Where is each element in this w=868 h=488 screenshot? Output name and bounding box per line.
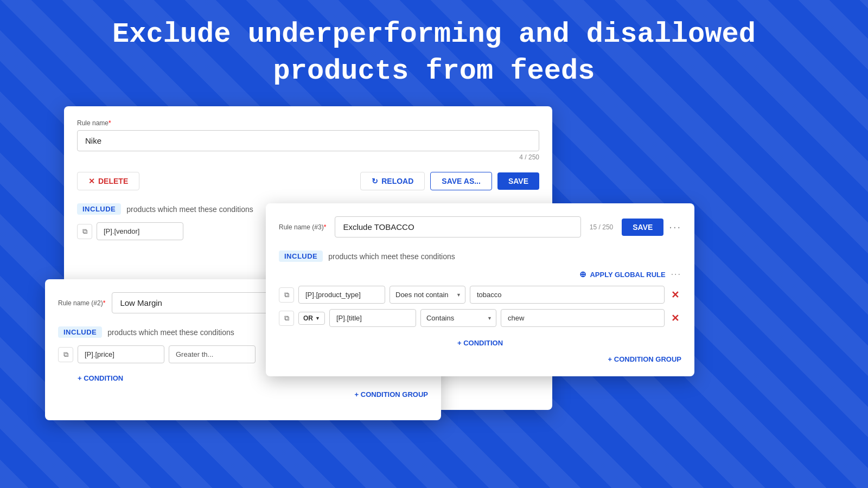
card3-include-text: products which meet these conditions	[328, 252, 455, 261]
card3-op-select-2[interactable]: Contains	[420, 309, 496, 327]
card3-or-badge[interactable]: OR ▼	[298, 312, 325, 325]
toolbar-right: ↻ RELOAD SAVE AS... SAVE	[360, 172, 539, 190]
rule-name-label: Rule name*	[77, 119, 539, 127]
card3-delete-condition-1[interactable]: ✕	[669, 289, 681, 301]
card3-delete-condition-2[interactable]: ✕	[669, 312, 681, 324]
reload-button[interactable]: ↻ RELOAD	[360, 172, 425, 190]
apply-global-rule[interactable]: ⊕ APPLY GLOBAL RULE	[579, 269, 665, 279]
card2-copy-icon[interactable]: ⧉	[58, 347, 73, 362]
card2-include-badge: INCLUDE	[58, 326, 102, 338]
headline: Exclude underperforming and disallowed p…	[0, 16, 868, 89]
card3-section-more[interactable]: ···	[671, 269, 681, 279]
copy-icon[interactable]: ⧉	[77, 224, 92, 239]
card2-add-condition-group[interactable]: + CONDITION GROUP	[58, 390, 428, 399]
card3-op-wrapper-2: Contains	[420, 309, 496, 327]
reload-icon: ↻	[372, 177, 378, 185]
card3-op-select-1[interactable]: Does not contain	[390, 286, 465, 304]
card3-more-options[interactable]: ···	[669, 221, 681, 233]
card3-rule-label: Rule name (#3)*	[279, 223, 326, 231]
card3-op-wrapper-1: Does not contain	[390, 286, 465, 304]
card2-rule-label: Rule name (#2)*	[58, 299, 105, 307]
condition-field[interactable]: [P].[vendor]	[97, 222, 183, 240]
card3-condition-row-1: ⧉ [P].[product_type] Does not contain ✕	[279, 286, 681, 304]
delete-button[interactable]: ✕ DELETE	[77, 172, 139, 190]
toolbar: ✕ DELETE ↻ RELOAD SAVE AS... SAVE	[77, 172, 539, 190]
card-exclude-tobacco: Rule name (#3)* 15 / 250 SAVE ··· INCLUD…	[266, 203, 694, 376]
or-chevron-icon: ▼	[315, 316, 320, 321]
card3-include-label: INCLUDE products which meet these condit…	[279, 251, 681, 262]
include-text: products which meet these conditions	[126, 205, 253, 214]
card3-field-1[interactable]: [P].[product_type]	[298, 286, 385, 304]
card3-add-condition[interactable]: + CONDITION	[457, 339, 503, 347]
char-count: 4 / 250	[77, 153, 539, 161]
card2-condition-field[interactable]: [P].[price]	[78, 345, 164, 363]
card3-rule-name-input[interactable]	[335, 216, 580, 237]
x-icon: ✕	[88, 177, 95, 185]
card3-field-2[interactable]: [P].[title]	[329, 309, 416, 327]
card3-value-1[interactable]	[470, 286, 665, 304]
card3-condition-row-2: ⧉ OR ▼ [P].[title] Contains ✕	[279, 309, 681, 327]
save-button[interactable]: SAVE	[497, 172, 539, 190]
card3-include-section: INCLUDE products which meet these condit…	[279, 251, 681, 348]
card3-value-2[interactable]	[501, 309, 665, 327]
global-icon: ⊕	[579, 269, 586, 279]
rule-name-input[interactable]	[77, 130, 539, 151]
include-badge: INCLUDE	[77, 203, 121, 215]
card2-add-condition[interactable]: + CONDITION	[78, 374, 123, 382]
card3-char-count: 15 / 250	[590, 223, 613, 231]
card3-save-button[interactable]: SAVE	[622, 219, 663, 236]
save-as-button[interactable]: SAVE AS...	[430, 172, 492, 190]
card3-copy-icon-2[interactable]: ⧉	[279, 311, 294, 326]
card3-include-badge: INCLUDE	[279, 251, 323, 262]
card3-copy-icon-1[interactable]: ⧉	[279, 287, 294, 303]
card2-condition-op[interactable]: Greater th...	[169, 345, 256, 363]
card2-include-text: products which meet these conditions	[107, 328, 234, 337]
card3-add-condition-group[interactable]: + CONDITION GROUP	[279, 355, 681, 363]
